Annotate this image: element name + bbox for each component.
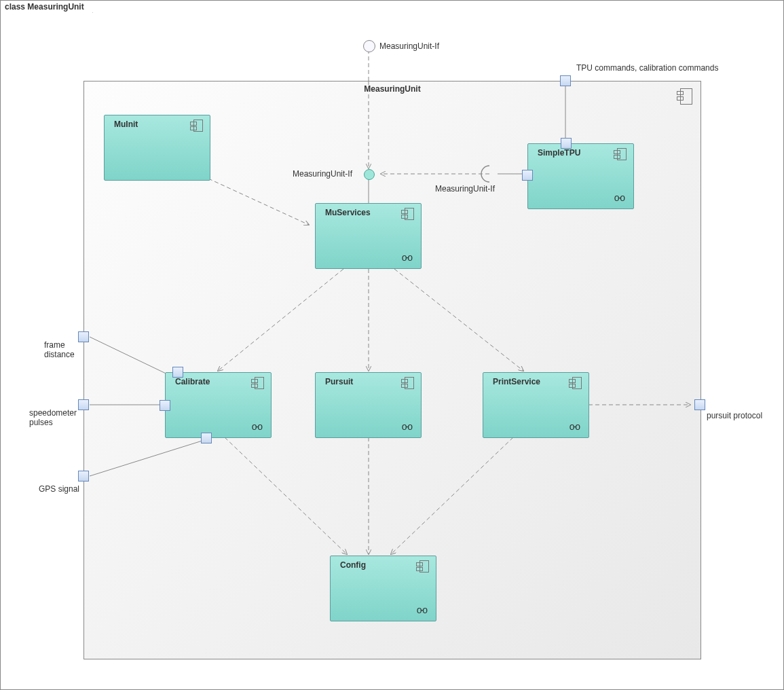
port-tpu-commands[interactable] [560,75,571,86]
glasses-icon: o-o [402,252,411,263]
port-calibrate-left[interactable] [160,400,170,411]
component-title: MuInit [114,120,138,129]
component-icon [680,88,692,105]
component-icon [193,120,203,132]
component-icon [255,377,264,389]
component-icon [617,148,627,160]
interface-top-label: MeasuringUnit-If [379,41,439,51]
component-printservice[interactable]: PrintService o-o [483,372,589,438]
component-icon [405,377,414,389]
diagram-frame: class MeasuringUnit MeasuringUnit [0,0,784,690]
component-pursuit[interactable]: Pursuit o-o [315,372,422,438]
glasses-icon: o-o [252,421,261,432]
port-gps-signal-label: GPS signal [39,484,79,494]
component-calibrate[interactable]: Calibrate o-o [165,372,272,438]
port-speedometer-pulses[interactable] [78,399,89,410]
port-calibrate-top[interactable] [172,367,183,378]
component-muservices[interactable]: MuServices o-o [315,203,422,269]
ball-label: MeasuringUnit-If [293,169,352,179]
port-gps-signal[interactable] [78,471,89,482]
component-title: Pursuit [325,377,353,386]
port-calibrate-bottom[interactable] [201,433,212,443]
component-icon [572,377,582,389]
port-frame-distance[interactable] [78,331,89,342]
diagram-title-tab: class MeasuringUnit [0,0,93,13]
port-pursuit-protocol-label: pursuit protocol [707,411,762,420]
component-muinit[interactable]: MuInit [104,115,210,181]
component-config[interactable]: Config o-o [330,556,436,621]
component-icon [405,208,414,220]
component-title: Calibrate [175,377,210,386]
glasses-icon: o-o [402,421,411,432]
socket-label: MeasuringUnit-If [435,184,495,194]
glasses-icon: o-o [417,604,426,615]
component-title: SimpleTPU [538,148,580,158]
port-simpletpu-left[interactable] [522,170,533,181]
component-title: MuServices [325,208,371,217]
port-frame-distance-label: frame distance [44,340,75,359]
glasses-icon: o-o [570,421,579,432]
component-icon [419,560,429,573]
diagram-title: class MeasuringUnit [5,2,84,12]
glasses-icon: o-o [614,192,624,203]
port-pursuit-protocol[interactable] [694,399,705,410]
lollipop-outer-circle [363,40,375,52]
component-title: Config [340,560,366,570]
port-tpu-commands-label: TPU commands, calibration commands [576,63,718,73]
port-simpletpu-top[interactable] [561,138,572,149]
ball-interface [364,169,375,180]
port-speedometer-pulses-label: speedometer pulses [29,408,77,427]
component-simpletpu[interactable]: SimpleTPU o-o [527,143,634,209]
component-title: PrintService [493,377,540,386]
frame-title: MeasuringUnit [364,84,420,94]
